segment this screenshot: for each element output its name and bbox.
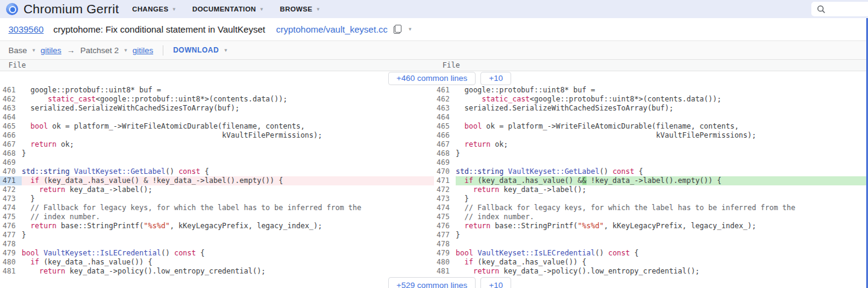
patchset-dropdown-icon[interactable]: ▾ [124,48,127,53]
line-number[interactable]: 477 [0,231,22,240]
change-number-link[interactable]: 3039560 [8,24,43,34]
copy-icon[interactable] [394,25,401,34]
line-number[interactable]: 468 [0,149,22,158]
line-number[interactable]: 462 [0,95,22,104]
code-line: bool ok = platform_->WriteFileAtomicDura… [22,122,434,131]
expand-common-lines-top-button[interactable]: +460 common lines [388,72,476,85]
line-number[interactable]: 473 [434,194,456,203]
left-pane-row: 481 return key_data_->policy().low_entro… [0,267,434,276]
nav-documentation[interactable]: DOCUMENTATION ▾ [192,5,263,13]
code-line: google::protobuf::uint8* buf = [456,86,868,95]
line-number[interactable]: 469 [434,158,456,167]
patchset-gitiles-link[interactable]: gitiles [133,46,154,55]
chromium-logo-icon[interactable] [6,3,18,15]
line-number[interactable]: 481 [434,267,456,276]
download-button[interactable]: DOWNLOAD [173,46,219,54]
code-line: return ok; [456,140,868,149]
line-number[interactable]: 468 [434,149,456,158]
line-number[interactable]: 475 [0,213,22,222]
diff-row: 474 // Fallback for legacy keys, for whi… [0,203,868,213]
line-number[interactable]: 466 [0,131,22,140]
code-line: // Fallback for legacy keys, for which t… [456,203,868,213]
line-number[interactable]: 467 [434,140,456,149]
base-gitiles-link[interactable]: gitiles [40,46,61,55]
expand-common-lines-bottom-button[interactable]: +529 common lines [388,277,476,288]
expand-row-top: +460 common lines +10 [16,71,868,86]
line-number[interactable]: 466 [434,131,456,140]
line-number[interactable]: 474 [434,203,456,213]
diff-row: 472 return key_data_->label();472 return… [0,185,868,194]
line-number[interactable]: 461 [0,86,22,95]
diff-row: 478478 [0,240,868,249]
line-number[interactable]: 465 [0,122,22,131]
line-number[interactable]: 481 [0,267,22,276]
line-number[interactable]: 470 [434,167,456,176]
line-number[interactable]: 462 [434,95,456,104]
line-number[interactable]: 477 [434,231,456,240]
line-number[interactable]: 480 [434,258,456,267]
line-number[interactable]: 470 [0,167,22,176]
line-number[interactable]: 461 [434,86,456,95]
expand-ten-bottom-button[interactable]: +10 [480,277,511,288]
line-number[interactable]: 472 [0,185,22,194]
right-pane-row: 475 // index number. [434,213,868,222]
diff-row: 479bool VaultKeyset::IsLECredential() co… [0,249,868,258]
left-pane-row: 466 kVaultFilePermissions); [0,131,434,140]
diff-row: 473 }473 } [0,194,868,203]
code-line: serialized.SerializeWithCachedSizesToArr… [456,104,868,113]
code-line: bool ok = platform_->WriteFileAtomicDura… [456,122,868,131]
base-dropdown-icon[interactable]: ▾ [33,48,36,53]
expand-ten-top-button[interactable]: +10 [480,72,511,85]
code-line: // Fallback for legacy keys, for which t… [22,203,434,213]
line-number[interactable]: 476 [0,222,22,231]
line-number[interactable]: 480 [0,258,22,267]
code-line: } [456,149,868,158]
line-number[interactable]: 465 [434,122,456,131]
nav-changes[interactable]: CHANGES ▾ [132,5,175,13]
line-number[interactable]: 474 [0,203,22,213]
line-number[interactable]: 467 [0,140,22,149]
file-path-link[interactable]: cryptohome/vault_keyset.cc [276,24,388,34]
base-label: Base [8,46,27,55]
line-number[interactable]: 471 [0,176,22,185]
line-number[interactable]: 464 [434,113,456,122]
code-line: return key_data_->policy().low_entropy_c… [22,267,434,276]
line-number[interactable]: 471 [434,176,456,185]
right-pane-row: 478 [434,240,868,249]
left-pane-row: 464 [0,113,434,122]
code-line: google::protobuf::uint8* buf = [22,86,434,95]
patchset-bar: Base ▾ gitiles → Patchset 2 ▾ gitiles DO… [0,41,868,60]
right-pane-row: 469 [434,158,868,167]
file-dropdown-icon[interactable]: ▾ [409,27,412,32]
line-number[interactable]: 473 [0,194,22,203]
divider [163,45,163,56]
nav-browse[interactable]: BROWSE ▾ [280,5,319,13]
left-pane-row: 480 if (key_data_.has_value()) { [0,258,434,267]
line-number[interactable]: 464 [0,113,22,122]
download-dropdown-icon[interactable]: ▾ [224,48,227,53]
code-line: return key_data_->policy().low_entropy_c… [456,267,868,276]
right-pane-row: 476 return base::StringPrintf("%s%d", kK… [434,222,868,231]
left-pane-row: 470std::string VaultKeyset::GetLabel() c… [0,167,434,176]
line-number[interactable]: 479 [434,249,456,258]
left-pane-row: 474 // Fallback for legacy keys, for whi… [0,203,434,213]
code-line: return ok; [22,140,434,149]
line-number[interactable]: 469 [0,158,22,167]
left-file-header: File [0,60,434,71]
left-pane-row: 471 if (key_data_.has_value() & !key_dat… [0,176,434,185]
code-line: bool VaultKeyset::IsLECredential() const… [22,249,434,258]
line-number[interactable]: 479 [0,249,22,258]
line-number[interactable]: 478 [0,240,22,249]
line-number[interactable]: 463 [0,104,22,113]
line-number[interactable]: 476 [434,222,456,231]
diff-row: 468}468} [0,149,868,158]
search-box[interactable] [811,2,868,16]
line-number[interactable]: 478 [434,240,456,249]
line-number[interactable]: 463 [434,104,456,113]
line-number[interactable]: 475 [434,213,456,222]
left-pane-row: 461 google::protobuf::uint8* buf = [0,86,434,95]
line-number[interactable]: 472 [434,185,456,194]
left-pane-row: 473 } [0,194,434,203]
left-pane-row: 465 bool ok = platform_->WriteFileAtomic… [0,122,434,131]
code-line: bool VaultKeyset::IsLECredential() const… [456,249,868,258]
